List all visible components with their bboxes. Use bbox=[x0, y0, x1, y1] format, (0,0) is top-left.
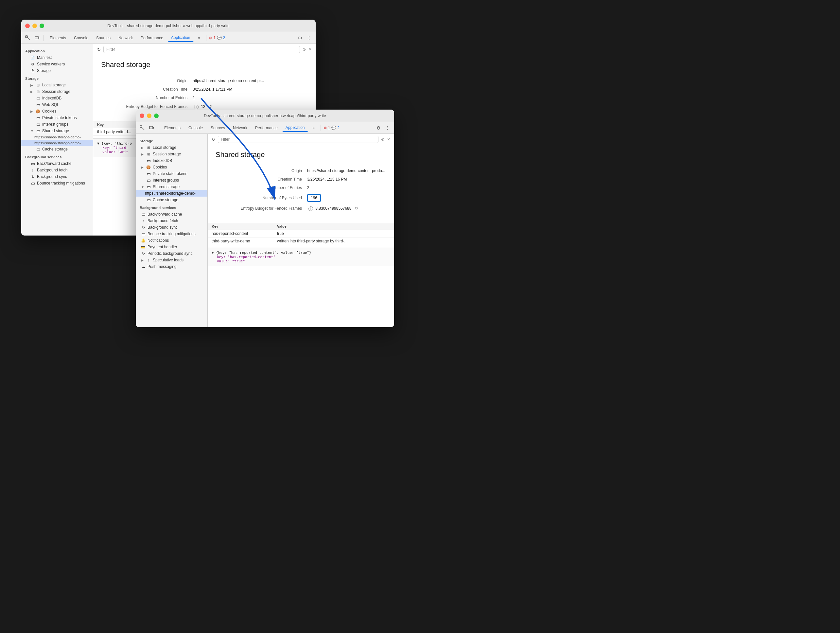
tab-application-1[interactable]: Application bbox=[168, 34, 194, 42]
inspect-icon[interactable] bbox=[24, 34, 32, 42]
sidebar-cookies-2[interactable]: ▶ 🍪 Cookies bbox=[136, 164, 207, 170]
info-badge-1: 💬 2 bbox=[217, 36, 225, 40]
device-icon-2[interactable] bbox=[147, 124, 155, 132]
sidebar-manifest[interactable]: 📄 Manifest bbox=[21, 54, 93, 61]
sidebar-speculative-loads[interactable]: ▶ ↕ Speculative loads bbox=[136, 257, 207, 264]
creation-label-1: Creation Time bbox=[101, 87, 193, 92]
sidebar-bg-fetch-2[interactable]: ↕ Background fetch bbox=[136, 218, 207, 224]
close-filter-icon-1[interactable]: ✕ bbox=[308, 47, 312, 52]
entropy-reload-icon-2[interactable]: ↺ bbox=[355, 206, 358, 211]
private-tokens-icon: 🗃 bbox=[36, 115, 40, 120]
sidebar-notifications-2[interactable]: 🔔 Notifications bbox=[136, 237, 207, 244]
close-button-2[interactable] bbox=[140, 114, 144, 118]
sidebar-websql[interactable]: ▶ 🗃 Web SQL bbox=[21, 101, 93, 108]
tab-console-2[interactable]: Console bbox=[185, 124, 206, 131]
json-triangle-1[interactable]: ▼ bbox=[97, 141, 99, 145]
refresh-icon-1[interactable]: ↻ bbox=[97, 47, 101, 52]
tab-network-1[interactable]: Network bbox=[115, 34, 136, 41]
entropy-info-icon-2[interactable]: i bbox=[308, 207, 313, 211]
sidebar-private-tokens[interactable]: ▶ 🗃 Private state tokens bbox=[21, 115, 93, 121]
entropy-reload-icon[interactable]: ↺ bbox=[208, 104, 212, 109]
payment-icon: 💳 bbox=[141, 245, 145, 249]
row-key-2-1: has-reported-content bbox=[212, 231, 277, 236]
refresh-icon-2[interactable]: ↻ bbox=[212, 137, 215, 142]
json-triangle-2[interactable]: ▼ bbox=[212, 251, 214, 255]
entropy-value-1: i 12 ↺ bbox=[193, 104, 212, 109]
tab-performance-2[interactable]: Performance bbox=[252, 124, 281, 131]
close-button-1[interactable] bbox=[25, 24, 30, 28]
sidebar-cookies[interactable]: ▶ 🍪 Cookies bbox=[21, 108, 93, 115]
tab-sources-1[interactable]: Sources bbox=[93, 34, 114, 41]
sidebar-back-forward[interactable]: 🗃 Back/forward cache bbox=[21, 160, 93, 167]
tab-sources-2[interactable]: Sources bbox=[207, 124, 228, 131]
arrow-local: ▶ bbox=[30, 84, 34, 87]
sidebar-local-storage-2[interactable]: ▶ ⊞ Local storage bbox=[136, 144, 207, 151]
sidebar-shared-url-2-1[interactable]: https://shared-storage-demo- bbox=[136, 190, 207, 197]
sidebar-shared-storage[interactable]: ▼ 🗃 Shared storage bbox=[21, 128, 93, 134]
separator-3 bbox=[158, 125, 158, 131]
maximize-button-1[interactable] bbox=[39, 24, 44, 28]
window-title-1: DevTools - shared-storage-demo-publisher… bbox=[107, 24, 230, 28]
row-value-2-1: true bbox=[277, 231, 390, 236]
sidebar-indexeddb[interactable]: ▶ 🗃 IndexedDB bbox=[21, 95, 93, 101]
sidebar-bg-sync-2[interactable]: ↻ Background sync bbox=[136, 224, 207, 230]
sidebar-shared-url-1[interactable]: https://shared-storage-demo- bbox=[21, 134, 93, 140]
entropy-info-icon[interactable]: i bbox=[194, 105, 199, 109]
more-icon-1[interactable]: ⋮ bbox=[305, 34, 313, 42]
maximize-button-2[interactable] bbox=[154, 114, 159, 118]
sidebar-interest-groups-2[interactable]: ▶ 🗃 Interest groups bbox=[136, 177, 207, 183]
table-row-2-2[interactable]: third-party-write-demo written into thir… bbox=[208, 237, 394, 245]
sidebar-bounce-tracking[interactable]: 🗃 Bounce tracking mitigations bbox=[21, 180, 93, 186]
bytes-label-2: Number of Bytes Used bbox=[216, 196, 307, 200]
sidebar-2: Storage ▶ ⊞ Local storage ▶ ⊞ Session st… bbox=[136, 134, 208, 327]
sidebar-back-forward-2[interactable]: 🗃 Back/forward cache bbox=[136, 211, 207, 218]
sidebar-interest-groups[interactable]: ▶ 🗃 Interest groups bbox=[21, 121, 93, 128]
tab-more-2[interactable]: » bbox=[309, 124, 318, 131]
device-icon[interactable] bbox=[33, 34, 41, 42]
origin-label-1: Origin bbox=[101, 79, 193, 83]
sidebar-bounce-2[interactable]: 🗃 Bounce tracking mitigations bbox=[136, 230, 207, 237]
sidebar-periodic-sync[interactable]: ↻ Periodic background sync bbox=[136, 250, 207, 257]
filter-input-2[interactable] bbox=[218, 136, 379, 143]
settings-icon-1[interactable]: ⚙ bbox=[296, 34, 304, 42]
sidebar-local-storage[interactable]: ▶ ⊞ Local storage bbox=[21, 82, 93, 88]
session-storage-icon-2: ⊞ bbox=[146, 152, 151, 156]
minimize-button-2[interactable] bbox=[147, 114, 152, 118]
minimize-button-1[interactable] bbox=[32, 24, 37, 28]
sidebar-cache-storage-1[interactable]: ▶ 🗃 Cache storage bbox=[21, 146, 93, 152]
tab-application-2[interactable]: Application bbox=[282, 124, 308, 132]
more-icon-2[interactable]: ⋮ bbox=[384, 124, 392, 132]
sidebar-cache-storage-2[interactable]: ▶ 🗃 Cache storage bbox=[136, 197, 207, 203]
clear-filter-icon-1[interactable]: ⊘ bbox=[303, 47, 306, 52]
sidebar-service-workers[interactable]: ⚙ Service workers bbox=[21, 61, 93, 67]
bg-fetch-icon: ↕ bbox=[30, 168, 35, 172]
sidebar-payment-handler[interactable]: 💳 Payment handler bbox=[136, 244, 207, 250]
sidebar-bg-fetch[interactable]: ↕ Background fetch bbox=[21, 167, 93, 174]
sidebar-session-storage-2[interactable]: ▶ ⊞ Session storage bbox=[136, 151, 207, 157]
sidebar-bg-sync[interactable]: ↻ Background sync bbox=[21, 174, 93, 180]
arrow-cookies-2: ▶ bbox=[141, 166, 144, 169]
settings-icon-2[interactable]: ⚙ bbox=[374, 124, 382, 132]
sidebar-private-tokens-2[interactable]: ▶ 🗃 Private state tokens bbox=[136, 170, 207, 177]
creation-value-2: 3/25/2024, 1:13:16 PM bbox=[307, 177, 347, 182]
tab-elements-1[interactable]: Elements bbox=[46, 34, 69, 41]
sidebar-indexeddb-2[interactable]: ▶ 🗃 IndexedDB bbox=[136, 157, 207, 164]
sidebar-push-messaging[interactable]: ☁ Push messaging bbox=[136, 264, 207, 270]
tab-more-1[interactable]: » bbox=[195, 34, 204, 41]
inspect-icon-2[interactable] bbox=[138, 124, 146, 132]
sidebar-shared-url-2[interactable]: https://shared-storage-demo- bbox=[21, 140, 93, 146]
sidebar-shared-storage-2[interactable]: ▼ 🗃 Shared storage bbox=[136, 183, 207, 190]
clear-filter-icon-2[interactable]: ⊘ bbox=[381, 137, 384, 142]
tab-network-2[interactable]: Network bbox=[230, 124, 251, 131]
table-row-2-1[interactable]: has-reported-content true bbox=[208, 230, 394, 237]
sidebar-session-storage[interactable]: ▶ ⊞ Session storage bbox=[21, 88, 93, 95]
tab-elements-2[interactable]: Elements bbox=[161, 124, 184, 131]
sidebar-storage-top[interactable]: 🗄 Storage bbox=[21, 67, 93, 74]
websql-icon: 🗃 bbox=[36, 103, 40, 107]
filter-input-1[interactable] bbox=[103, 46, 300, 53]
close-filter-icon-2[interactable]: ✕ bbox=[387, 137, 390, 142]
tab-performance-1[interactable]: Performance bbox=[137, 34, 166, 41]
service-workers-icon: ⚙ bbox=[30, 62, 35, 66]
tab-console-1[interactable]: Console bbox=[71, 34, 92, 41]
bytes-value-2: 196 bbox=[311, 196, 317, 200]
